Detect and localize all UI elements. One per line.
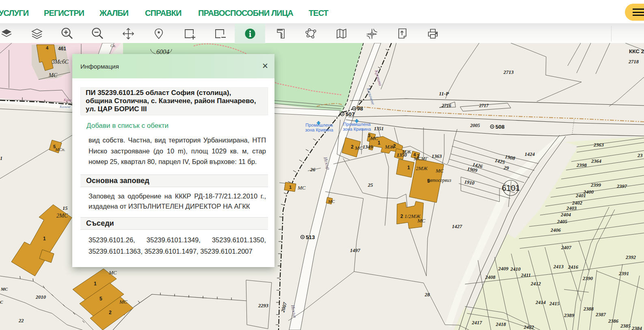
svg-text:5: 5 [53, 144, 56, 149]
svg-text:2391: 2391 [618, 271, 629, 276]
svg-text:507: 507 [346, 111, 355, 117]
svg-text:2: 2 [417, 153, 419, 158]
svg-text:Св.: Св. [110, 43, 116, 48]
svg-text:МС: МС [48, 72, 58, 78]
svg-text:22: 22 [18, 318, 24, 324]
svg-text:МС: МС [417, 218, 426, 224]
svg-text:зона Кривина: зона Кривина [305, 127, 333, 132]
svg-text:28: 28 [424, 292, 430, 298]
svg-text:2005: 2005 [470, 123, 480, 128]
svg-text:2010: 2010 [35, 294, 46, 300]
svg-text:513: 513 [306, 234, 315, 240]
svg-text:Крив: Крив [63, 98, 71, 102]
svg-text:1424: 1424 [525, 151, 535, 157]
svg-text:15: 15 [63, 205, 68, 211]
svg-text:2409: 2409 [498, 266, 509, 272]
svg-text:2407: 2407 [561, 245, 572, 250]
svg-text:2716: 2716 [441, 103, 451, 108]
svg-text:ККС 2: ККС 2 [629, 48, 644, 54]
svg-text:5: 5 [99, 296, 102, 302]
svg-text:зона Кривина: зона Кривина [343, 127, 371, 132]
svg-text:МС: МС [328, 199, 335, 204]
svg-text:2713: 2713 [503, 69, 514, 75]
svg-text:2717: 2717 [479, 103, 489, 108]
svg-text:2МЖ: 2МЖ [416, 165, 428, 171]
svg-text:2405: 2405 [557, 219, 567, 224]
svg-text:2385: 2385 [620, 323, 631, 329]
svg-text:2: 2 [400, 214, 403, 219]
svg-text:2413: 2413 [553, 264, 564, 270]
svg-text:2416: 2416 [568, 264, 579, 270]
svg-text:МС: МС [297, 185, 306, 191]
svg-text:МС: МС [354, 145, 363, 151]
svg-text:98: 98 [357, 106, 363, 112]
svg-text:Казиче: Казиче [59, 105, 71, 109]
svg-text:МЖ: МЖ [402, 149, 412, 155]
svg-text:2: 2 [351, 144, 354, 150]
svg-text:МСп.: МСп. [55, 147, 65, 152]
svg-text:2384: 2384 [631, 326, 642, 330]
svg-text:МС: МС [119, 299, 128, 305]
svg-text:1: 1 [289, 185, 292, 190]
svg-text:1: 1 [0, 155, 2, 161]
svg-text:2386: 2386 [608, 318, 619, 324]
svg-text:4: 4 [413, 152, 416, 157]
svg-text:С: С [0, 300, 3, 304]
svg-text:2364: 2364 [591, 158, 601, 164]
svg-text:1: 1 [378, 140, 380, 146]
svg-text:2404: 2404 [560, 212, 571, 218]
svg-text:2: 2 [393, 143, 396, 149]
svg-text:2415: 2415 [549, 301, 560, 306]
svg-text:2492: 2492 [523, 324, 534, 330]
svg-text:1: 1 [43, 236, 46, 242]
svg-text:2363: 2363 [593, 142, 604, 148]
svg-text:23: 23 [637, 153, 643, 158]
svg-text:2МС: 2МС [56, 213, 68, 219]
svg-text:29: 29 [503, 165, 510, 171]
svg-text:2411: 2411 [521, 272, 531, 278]
svg-text:автосервиз: автосервиз [428, 177, 452, 183]
svg-text:2401: 2401 [575, 193, 586, 198]
svg-text:2293: 2293 [258, 303, 268, 308]
svg-text:3: 3 [368, 133, 370, 138]
svg-text:2397: 2397 [616, 183, 627, 189]
svg-text:5: 5 [427, 178, 430, 184]
svg-text:2399: 2399 [590, 182, 601, 188]
svg-text:2412: 2412 [530, 281, 541, 287]
svg-text:2388: 2388 [583, 306, 594, 312]
svg-text:3МсбС: 3МсбС [52, 59, 69, 65]
svg-text:25: 25 [367, 182, 373, 188]
svg-text:11-Р: 11-Р [439, 91, 450, 97]
svg-text:1349: 1349 [363, 144, 373, 150]
svg-text:2392: 2392 [625, 255, 636, 260]
svg-text:2398: 2398 [576, 162, 587, 168]
svg-text:2418: 2418 [495, 321, 506, 327]
svg-text:2414: 2414 [535, 300, 546, 305]
svg-text:МС: МС [108, 270, 117, 276]
svg-text:4: 4 [46, 45, 49, 50]
svg-text:1427: 1427 [452, 224, 462, 229]
svg-text:МС: МС [0, 287, 8, 291]
svg-text:МС: МС [370, 135, 378, 141]
svg-text:2: 2 [109, 310, 112, 315]
svg-text:1497: 1497 [350, 248, 361, 253]
svg-text:2402: 2402 [572, 200, 582, 206]
svg-text:1: 1 [94, 281, 97, 287]
svg-text:2406: 2406 [550, 227, 561, 233]
svg-text:2390: 2390 [582, 276, 593, 281]
svg-text:2389: 2389 [564, 313, 575, 318]
svg-text:6101: 6101 [502, 183, 520, 192]
svg-text:2417: 2417 [471, 320, 482, 326]
svg-text:2408: 2408 [485, 274, 496, 280]
svg-text:2403: 2403 [566, 205, 577, 211]
svg-text:1351: 1351 [374, 126, 384, 132]
svg-text:26: 26 [310, 167, 316, 173]
svg-text:МС: МС [435, 168, 444, 174]
svg-text:2718: 2718 [628, 59, 639, 65]
svg-text:508: 508 [495, 124, 505, 130]
svg-text:461: 461 [58, 46, 66, 52]
svg-text:1: 1 [407, 165, 410, 170]
svg-text:2410: 2410 [510, 266, 521, 272]
svg-text:2387: 2387 [595, 312, 606, 317]
svg-text:1363: 1363 [432, 153, 442, 159]
